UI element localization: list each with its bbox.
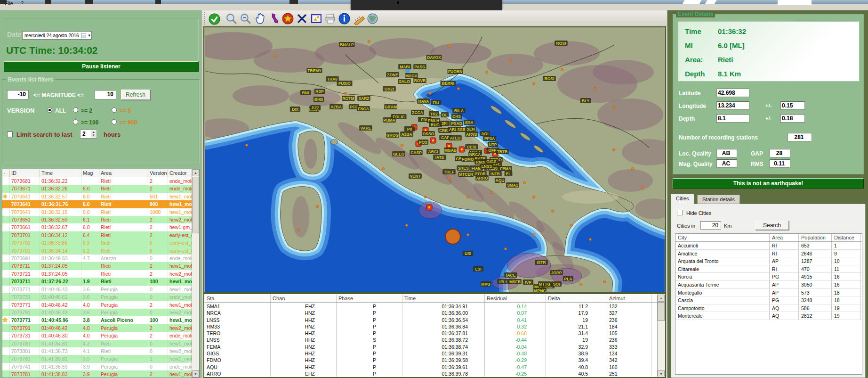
- globe-icon[interactable]: [366, 12, 379, 25]
- event-row[interactable]: 707379101:40:46.433.6Perugia0hew2_mole: [2, 309, 199, 316]
- column-header[interactable]: City: [675, 234, 770, 241]
- recording-stations-value[interactable]: 281: [788, 133, 812, 141]
- pick-row[interactable]: SMA1EHZP01:36:34.910.1411.2132: [205, 303, 665, 309]
- event-row[interactable]: 707374101:41:38.593.9Perugia0ende_mole: [2, 363, 199, 370]
- pan-icon[interactable]: [253, 12, 266, 25]
- gap-value[interactable]: 28: [770, 149, 790, 157]
- pick-row[interactable]: FDMOHHZP01:36:39.58-0.2939.4342: [205, 356, 665, 363]
- city-row[interactable]: CasciaPG324818: [675, 296, 862, 304]
- column-header[interactable]: Distance: [832, 234, 861, 241]
- menu-help[interactable]: ?: [18, 0, 26, 6]
- events-scrollbar[interactable]: ▲ ▼: [192, 169, 199, 378]
- scroll-up-icon[interactable]: ▲: [192, 169, 199, 176]
- event-row[interactable]: 707373101:40:46.613.6Perugia0ende_mole: [2, 293, 199, 301]
- city-row[interactable]: NorciaPG491516: [675, 273, 862, 281]
- event-row[interactable]: 707377101:40:46.424.0Perugia2hew1_mole: [2, 301, 199, 309]
- cities-km-input[interactable]: 20: [700, 221, 721, 230]
- event-row[interactable]: 707368101:36:32.22Rieti2ende_mole: [2, 177, 199, 185]
- italy-icon[interactable]: [267, 12, 280, 25]
- event-row[interactable]: 707370101:36:33.886.3Rieti5early-est_ee1…: [2, 239, 199, 247]
- event-row[interactable]: 707380101:41:36.734.1Rieti0hew2_mole: [2, 347, 199, 355]
- event-row[interactable]: 707373101:40:46.304.0Perugia2ende_mole: [2, 332, 199, 339]
- event-row[interactable]: 707371101:37:24.05Rieti2hew1_mole: [2, 262, 199, 270]
- event-row[interactable]: 707370101:36:34.126.4Rieti2early-est_ee1…: [2, 231, 199, 239]
- tab-cities[interactable]: Cities: [671, 194, 694, 204]
- column-header[interactable]: Phase: [337, 295, 402, 302]
- city-row[interactable]: AccumoliRI6531: [675, 242, 862, 250]
- not-earthquake-button[interactable]: This is not an earthquake!: [673, 178, 864, 189]
- event-row[interactable]: 707367101:36:32.266.0Rieti2ende_mole: [2, 185, 199, 192]
- picks-scrollbar[interactable]: ▲ ▼: [657, 295, 665, 377]
- column-header[interactable]: Sta: [205, 295, 271, 302]
- radio-version-900[interactable]: [112, 119, 117, 124]
- limit-search-checkbox[interactable]: [7, 131, 13, 137]
- pick-row[interactable]: ARROEHZP01:36:39.78-0.2540.5251: [205, 370, 665, 377]
- city-row[interactable]: CampotostoAQ58619: [675, 304, 862, 312]
- mag-quality-value[interactable]: AC: [716, 159, 737, 168]
- event-row[interactable]: 707378101:41:34.814.2Rieti0hew1_mole: [2, 340, 199, 347]
- event-row[interactable]: 707366101:36:32.676.0Rieti2hew1-gm_mole: [2, 223, 199, 231]
- map-container[interactable]: BNALPDAVOXFUORNBERNIROSIBOSIFUSIODIXMMKV…: [203, 26, 666, 293]
- loc-quality-value[interactable]: AB: [716, 149, 737, 157]
- column-header[interactable]: Mag: [81, 169, 99, 177]
- column-header[interactable]: Area: [770, 234, 799, 241]
- magnitude-min-input[interactable]: -10: [7, 90, 29, 99]
- event-row[interactable]: 707372101:37:24.05Rieti2hew2_mole: [2, 270, 199, 278]
- pick-row[interactable]: TEROHHZP01:36:37.81-0.6831.4105: [205, 329, 665, 336]
- city-row[interactable]: MonterealeAQ281219: [675, 312, 862, 320]
- column-header[interactable]: Time: [402, 295, 485, 302]
- menu-file[interactable]: File: [2, 0, 16, 6]
- column-header[interactable]: Population: [799, 234, 832, 241]
- zoom-in-icon[interactable]: [225, 12, 238, 25]
- column-header[interactable]: Delta: [546, 295, 607, 302]
- column-header[interactable]: Azimut: [607, 295, 651, 302]
- event-row[interactable]: 707369101:36:49.834.7Arezzo0ende_mole: [2, 255, 199, 262]
- hours-spinner[interactable]: 2 ▲▼: [80, 130, 97, 139]
- star-event-icon[interactable]: [281, 12, 294, 25]
- pick-row[interactable]: LNSSHHZP01:36:36.540.4119236: [205, 316, 665, 323]
- scrollbar-thumb[interactable]: [192, 177, 199, 233]
- pick-row[interactable]: GIGSHHZP01:36:39.31-0.4838.9134: [205, 350, 665, 356]
- latitude-input[interactable]: 42.698: [716, 89, 749, 97]
- column-header[interactable]: ·: [2, 169, 10, 177]
- pause-listener-button[interactable]: Pause listener: [4, 61, 199, 72]
- event-row[interactable]: 707378101:41:38.813.9Perugia1hew1_mole: [2, 355, 199, 362]
- radio-version-2[interactable]: [73, 107, 78, 113]
- radio-version-100[interactable]: [73, 119, 78, 124]
- event-row[interactable]: 707365101:36:32.596.1Rieti2hew2_mole: [2, 216, 199, 223]
- pick-row[interactable]: AQUHHZP01:36:39.61-0.4740.8160: [205, 363, 665, 370]
- city-row[interactable]: Acquasanta TermeAP305016: [675, 281, 862, 289]
- event-row[interactable]: 707370101:36:34.146.2Rieti8early-est_ee1…: [2, 247, 199, 255]
- city-row[interactable]: AmatriceRI26469: [675, 250, 862, 258]
- scroll-down-icon[interactable]: ▼: [658, 370, 665, 377]
- longitude-error-input[interactable]: 0.15: [780, 101, 805, 110]
- event-row[interactable]: 707378101:41:38.833.9Perugia2hew1_mole: [2, 370, 199, 378]
- event-row[interactable]: 707371101:37:26.221.9Rieti100hew1_mole: [2, 278, 199, 285]
- event-row[interactable]: 707364101:36:31.766.0Rieti900hew1_mole: [2, 200, 199, 208]
- measure-icon[interactable]: [352, 12, 365, 25]
- column-header[interactable]: Residual: [485, 295, 546, 302]
- search-button[interactable]: Search: [755, 221, 789, 230]
- depth-input[interactable]: 8.1: [716, 114, 749, 123]
- pick-row[interactable]: LNSSHHZS01:36:38.72-0.4419236: [205, 336, 665, 343]
- scroll-up-icon[interactable]: ▲: [658, 295, 665, 302]
- column-header[interactable]: Time: [40, 169, 81, 177]
- magnitude-max-input[interactable]: 10: [95, 90, 116, 99]
- city-row[interactable]: CittarealeRI47011: [675, 265, 862, 273]
- print-icon[interactable]: [324, 12, 337, 25]
- rms-value[interactable]: 0.11: [770, 159, 790, 168]
- image-layers-icon[interactable]: [310, 12, 322, 25]
- column-header[interactable]: Area: [99, 169, 148, 177]
- depth-error-input[interactable]: 0.18: [780, 114, 805, 123]
- close-tool-icon[interactable]: [296, 12, 308, 25]
- scroll-down-icon[interactable]: ▼: [192, 370, 199, 378]
- city-row[interactable]: Arquata del TrontoAP128710: [675, 257, 862, 265]
- date-picker[interactable]: mercoledì 24 agosto 2016 ▼: [22, 31, 92, 40]
- spinner-arrows-icon[interactable]: ▲▼: [91, 131, 96, 138]
- city-row[interactable]: MontegalloAP57318: [675, 289, 862, 297]
- event-row[interactable]: 707364101:36:32.156.0Rieti1000hew1_mole: [2, 208, 199, 216]
- hide-cities-checkbox[interactable]: [677, 210, 683, 215]
- column-header[interactable]: Version: [148, 169, 168, 177]
- column-header[interactable]: ID: [10, 169, 40, 177]
- event-row[interactable]: ★707377101:40:45.963.8Ascoli Piceno100he…: [2, 316, 199, 324]
